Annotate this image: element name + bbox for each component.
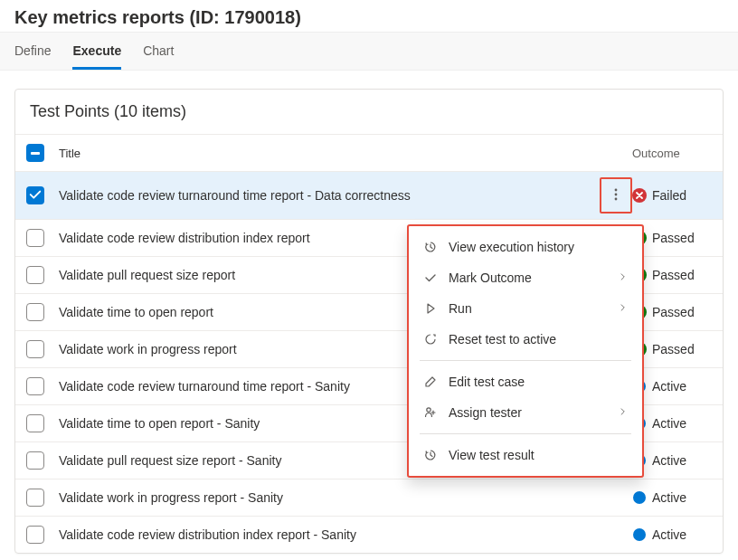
kebab-icon: [609, 187, 623, 204]
menu-item-view-execution-history[interactable]: View execution history: [409, 232, 642, 262]
menu-item-reset-test-to-active[interactable]: Reset test to active: [409, 324, 642, 355]
play-icon: [423, 301, 438, 316]
column-title[interactable]: Title: [59, 147, 600, 160]
menu-item-view-test-result[interactable]: View test result: [409, 440, 642, 470]
history-icon: [423, 240, 438, 254]
outcome-label: Passed: [652, 305, 695, 319]
active-status-icon: [632, 527, 647, 542]
menu-item-run[interactable]: Run: [409, 293, 642, 324]
row-checkbox[interactable]: [26, 266, 44, 284]
table-row[interactable]: Validate code review turnaround time rep…: [15, 171, 723, 219]
menu-item-label: Run: [449, 301, 608, 316]
menu-item-label: Edit test case: [449, 375, 628, 389]
menu-separator: [420, 360, 631, 361]
row-outcome: Passed: [632, 268, 712, 282]
chevron-right-icon: [619, 405, 628, 420]
history-icon: [423, 448, 438, 462]
tab-chart[interactable]: Chart: [143, 33, 174, 70]
row-checkbox[interactable]: [26, 526, 44, 544]
outcome-label: Active: [652, 453, 686, 468]
row-title[interactable]: Validate code review turnaround time rep…: [59, 188, 600, 203]
select-all-checkbox[interactable]: [26, 144, 44, 162]
panel-title: Test Points (10 items): [15, 90, 723, 134]
menu-item-label: View test result: [449, 448, 628, 462]
row-checkbox[interactable]: [26, 229, 44, 247]
row-outcome: Passed: [632, 342, 712, 356]
active-status-icon: [632, 490, 647, 505]
row-outcome: Active: [632, 527, 712, 542]
row-outcome: Passed: [632, 305, 712, 319]
row-outcome: Active: [632, 490, 712, 505]
row-checkbox[interactable]: [26, 303, 44, 321]
table-header: Title Outcome: [15, 134, 723, 171]
menu-item-edit-test-case[interactable]: Edit test case: [409, 366, 642, 397]
menu-separator: [420, 433, 631, 434]
menu-item-label: View execution history: [449, 240, 628, 254]
more-actions-button[interactable]: [600, 181, 632, 210]
outcome-label: Active: [652, 527, 686, 542]
assign-icon: [423, 405, 438, 420]
outcome-label: Active: [652, 490, 686, 505]
outcome-label: Active: [652, 416, 686, 431]
row-title[interactable]: Validate work in progress report - Sanit…: [59, 490, 600, 505]
menu-item-assign-tester[interactable]: Assign tester: [409, 397, 642, 428]
tab-execute[interactable]: Execute: [72, 33, 121, 70]
row-outcome: Active: [632, 416, 712, 431]
row-checkbox[interactable]: [26, 340, 44, 358]
row-outcome: Active: [632, 453, 712, 468]
menu-item-label: Reset test to active: [449, 332, 628, 346]
row-checkbox[interactable]: [26, 451, 44, 470]
table-row[interactable]: Validate work in progress report - Sanit…: [15, 479, 723, 516]
page-title: Key metrics reports (ID: 1790018): [0, 0, 738, 32]
row-title[interactable]: Validate code review distribution index …: [59, 527, 600, 542]
column-outcome[interactable]: Outcome: [632, 147, 712, 160]
outcome-label: Passed: [652, 342, 695, 356]
row-checkbox[interactable]: [26, 377, 44, 395]
menu-item-label: Mark Outcome: [449, 271, 608, 285]
chevron-right-icon: [619, 301, 628, 316]
context-menu: View execution historyMark OutcomeRunRes…: [407, 224, 644, 478]
tab-define[interactable]: Define: [14, 33, 51, 70]
row-checkbox[interactable]: [26, 489, 44, 507]
outcome-label: Active: [652, 379, 686, 394]
fail-status-icon: [632, 188, 647, 203]
reset-icon: [423, 332, 438, 346]
row-outcome: Active: [632, 379, 712, 394]
row-outcome: Passed: [632, 231, 712, 245]
edit-icon: [423, 375, 438, 389]
check-icon: [423, 271, 438, 285]
outcome-label: Failed: [652, 188, 686, 203]
row-checkbox[interactable]: [26, 186, 44, 204]
outcome-label: Passed: [652, 231, 695, 245]
row-checkbox[interactable]: [26, 414, 44, 432]
row-outcome: Failed: [632, 188, 712, 203]
table-row[interactable]: Validate code review distribution index …: [15, 516, 723, 553]
chevron-right-icon: [619, 271, 628, 285]
tabs-bar: Define Execute Chart: [0, 32, 738, 71]
outcome-label: Passed: [652, 268, 695, 282]
menu-item-label: Assign tester: [449, 405, 608, 420]
menu-item-mark-outcome[interactable]: Mark Outcome: [409, 262, 642, 293]
